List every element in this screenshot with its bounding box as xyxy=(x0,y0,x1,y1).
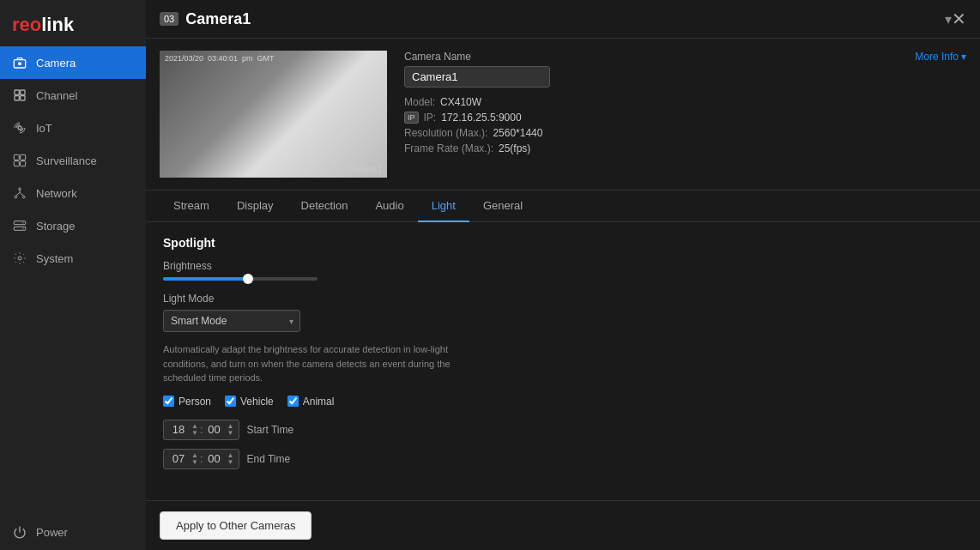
end-minute-arrows[interactable]: ▲ ▼ xyxy=(227,452,234,466)
spotlight-title: Spotlight xyxy=(163,236,963,250)
end-minute: 00 xyxy=(205,452,224,465)
start-time-row: 18 ▲ ▼ : 00 ▲ ▼ Start Time xyxy=(163,420,963,440)
light-description: Automatically adapt the brightness for a… xyxy=(163,342,472,385)
resolution-row: Resolution (Max.): 2560*1440 xyxy=(404,127,966,139)
sidebar-item-surveillance[interactable]: Surveillance xyxy=(0,144,146,177)
checkbox-animal[interactable]: Animal xyxy=(287,396,335,408)
end-hour-down[interactable]: ▼ xyxy=(191,459,198,466)
svg-rect-5 xyxy=(21,96,25,100)
start-time-input[interactable]: 18 ▲ ▼ : 00 ▲ ▼ xyxy=(163,420,239,440)
light-mode-select[interactable]: Smart Mode Color Mode Night Mode Off xyxy=(163,310,300,332)
dropdown-arrow-icon[interactable]: ▾ xyxy=(945,11,952,27)
sidebar-item-surveillance-label: Surveillance xyxy=(36,154,97,167)
end-hour-arrows[interactable]: ▲ ▼ xyxy=(191,452,198,466)
tab-light[interactable]: Light xyxy=(418,190,469,222)
sidebar-item-camera[interactable]: Camera xyxy=(0,46,146,79)
start-minute-arrows[interactable]: ▲ ▼ xyxy=(227,423,234,437)
sidebar-item-channel-label: Channel xyxy=(36,89,77,102)
camera-name-input[interactable] xyxy=(404,66,550,88)
person-label: Person xyxy=(178,396,211,408)
tabs-row: Stream Display Detection Audio Light Gen… xyxy=(146,190,980,222)
end-time-input[interactable]: 07 ▲ ▼ : 00 ▲ ▼ xyxy=(163,449,239,469)
sidebar-item-channel[interactable]: Channel xyxy=(0,79,146,112)
svg-point-12 xyxy=(15,196,17,198)
svg-rect-8 xyxy=(21,154,26,160)
bottom-bar: Apply to Other Cameras xyxy=(146,500,980,550)
sidebar-item-system[interactable]: System xyxy=(0,242,146,275)
camera-panel: 2021/03/20 03:40:01 pm GMT Camera1 Camer… xyxy=(146,39,980,190)
top-bar: 03 Camera1 ▾ ✕ xyxy=(146,0,980,39)
sidebar-item-storage[interactable]: Storage xyxy=(0,209,146,242)
camera-timestamp: 2021/03/20 03:40:01 pm GMT xyxy=(165,54,275,63)
surveillance-icon xyxy=(12,153,27,168)
logo: reolink xyxy=(12,14,134,36)
camera-thumbnail xyxy=(160,51,387,178)
sidebar-item-camera-label: Camera xyxy=(36,57,76,70)
animal-label: Animal xyxy=(303,396,335,408)
vehicle-checkbox[interactable] xyxy=(225,396,236,407)
start-time-label: Start Time xyxy=(246,424,293,436)
power-icon xyxy=(12,524,27,540)
animal-checkbox[interactable] xyxy=(287,396,299,407)
logo-area: reolink xyxy=(0,0,146,46)
sidebar-item-network[interactable]: Network xyxy=(0,177,146,209)
svg-rect-10 xyxy=(21,161,26,166)
tab-audio[interactable]: Audio xyxy=(361,190,417,222)
camera-icon xyxy=(12,55,27,70)
more-info-button[interactable]: More Info ▾ xyxy=(915,51,966,63)
camera-title: Camera1 xyxy=(185,10,940,28)
sidebar-item-storage-label: Storage xyxy=(36,220,76,233)
brightness-slider[interactable] xyxy=(163,277,318,281)
end-time-row: 07 ▲ ▼ : 00 ▲ ▼ End Time xyxy=(163,449,963,469)
svg-rect-9 xyxy=(14,161,19,166)
end-minute-down[interactable]: ▼ xyxy=(227,459,234,466)
end-time-label: End Time xyxy=(246,453,290,465)
model-row: Model: CX410W xyxy=(404,96,966,108)
ip-icon: IP xyxy=(404,112,419,124)
slider-thumb[interactable] xyxy=(243,274,253,284)
light-mode-label: Light Mode xyxy=(163,293,963,305)
power-label: Power xyxy=(36,526,68,539)
svg-rect-2 xyxy=(15,90,19,94)
start-hour-down[interactable]: ▼ xyxy=(191,430,198,437)
tab-display[interactable]: Display xyxy=(223,190,287,222)
close-button[interactable]: ✕ xyxy=(952,9,966,29)
svg-rect-15 xyxy=(14,227,25,230)
tab-detection[interactable]: Detection xyxy=(287,190,362,222)
start-hour-arrows[interactable]: ▲ ▼ xyxy=(191,423,198,437)
start-hour: 18 xyxy=(169,423,188,436)
checkbox-person[interactable]: Person xyxy=(163,396,211,408)
camera-info: Camera Name More Info ▾ Model: CX410W IP… xyxy=(404,51,966,178)
tab-general[interactable]: General xyxy=(469,190,536,222)
frame-rate-row: Frame Rate (Max.): 25(fps) xyxy=(404,142,966,154)
camera-label-overlay: Camera1 xyxy=(347,165,382,174)
light-mode-section: Light Mode Smart Mode Color Mode Night M… xyxy=(163,293,963,332)
svg-point-18 xyxy=(18,257,21,260)
power-item[interactable]: Power xyxy=(0,514,146,550)
camera-badge: 03 xyxy=(160,12,178,26)
svg-point-13 xyxy=(22,196,25,198)
camera-preview: 2021/03/20 03:40:01 pm GMT Camera1 xyxy=(160,51,387,178)
ip-row: IP IP: 172.16.25.5:9000 xyxy=(404,112,966,124)
main-panel: 03 Camera1 ▾ ✕ 2021/03/20 03:40:01 pm GM… xyxy=(146,0,980,550)
storage-icon xyxy=(12,218,27,233)
end-hour: 07 xyxy=(169,452,188,465)
start-minute-down[interactable]: ▼ xyxy=(227,430,234,437)
tab-stream[interactable]: Stream xyxy=(160,190,223,222)
person-checkbox[interactable] xyxy=(163,396,174,407)
svg-rect-3 xyxy=(21,90,25,94)
tab-content-light: Spotlight Brightness Light Mode Smart Mo… xyxy=(146,222,980,500)
svg-point-16 xyxy=(22,222,23,223)
detection-checkboxes: Person Vehicle Animal xyxy=(163,396,963,408)
sidebar-item-iot-label: IoT xyxy=(36,122,52,135)
apply-to-other-cameras-button[interactable]: Apply to Other Cameras xyxy=(160,511,312,540)
sidebar-item-iot[interactable]: IoT xyxy=(0,112,146,144)
checkbox-vehicle[interactable]: Vehicle xyxy=(225,396,274,408)
camera-name-label: Camera Name xyxy=(404,51,550,63)
slider-fill xyxy=(163,277,248,281)
svg-rect-14 xyxy=(14,221,25,225)
svg-point-17 xyxy=(22,228,23,229)
start-minute: 00 xyxy=(205,423,224,436)
sidebar-item-network-label: Network xyxy=(36,187,77,200)
svg-rect-7 xyxy=(14,154,19,160)
